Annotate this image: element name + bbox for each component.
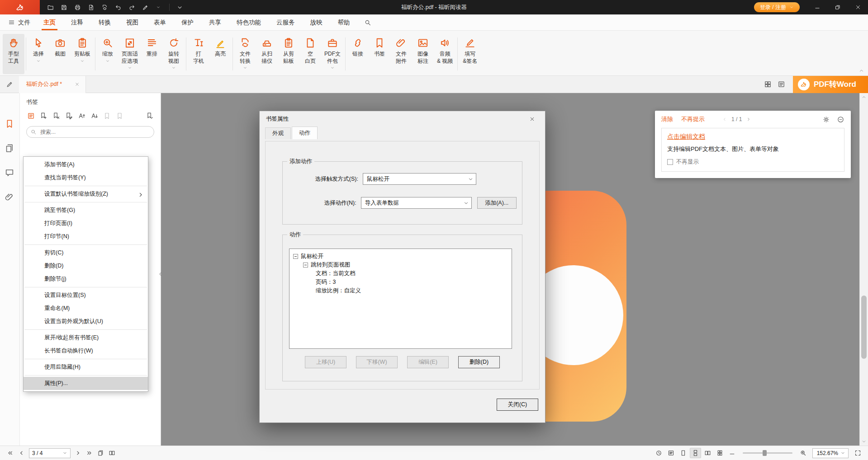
tab-home[interactable]: 主页 [36,14,63,30]
tree-node-action[interactable]: 跳转到页面视图 [303,261,508,269]
tab-convert[interactable]: 转换 [91,14,119,30]
edit-bookmark-button[interactable] [64,111,73,120]
facing-page-button[interactable] [702,448,713,458]
ribbon-tool-blank-page[interactable]: 空 白页 [299,34,321,74]
menu-item-delete-section[interactable]: 删除节(j) [24,272,148,286]
collapse-ribbon-button[interactable] [859,68,864,74]
menu-item-hide-after-use[interactable]: 使用后隐藏(H) [24,361,148,374]
auto-scroll-button[interactable] [653,448,664,458]
scroll-down-icon[interactable] [861,439,867,444]
split-view-button[interactable] [106,448,118,458]
redo-button[interactable] [126,2,138,13]
next-hint-icon[interactable] [746,117,751,122]
minimize-button[interactable] [807,0,827,14]
ribbon-tool-from-clipboard[interactable]: 从剪 贴板 [278,34,299,74]
ribbon-tool-rotate-view[interactable]: 旋转 视图 [163,34,185,74]
previous-bookmark-button[interactable] [102,111,111,120]
text-viewer-button[interactable] [665,448,677,458]
move-down-button[interactable]: 下移(W) [356,356,398,368]
single-page-button[interactable] [678,448,689,458]
zoom-level-box[interactable]: 152.67% [812,448,849,458]
ribbon-tool-bookmark[interactable]: 书签 [369,34,390,74]
menu-item-add-bookmark[interactable]: 添加书签(A) [24,158,148,171]
menu-item-delete[interactable]: 删除(D) [24,259,148,272]
login-button[interactable]: 登录 / 注册 [754,2,800,12]
hint-settings-button[interactable] [822,116,830,123]
edit-action-button[interactable]: 编辑(E) [407,356,449,368]
menu-item-properties[interactable]: 属性(P)... [24,377,148,390]
move-up-button[interactable]: 上移(U) [305,356,346,368]
tab-comment[interactable]: 注释 [63,14,91,30]
menu-item-rename[interactable]: 重命名(M) [24,302,148,315]
tab-present[interactable]: 放映 [303,14,330,30]
menu-item-print-page[interactable]: 打印页面(I) [24,217,148,230]
tree-node-detail[interactable]: 文档：当前文档 [316,269,508,278]
menu-item-print-section[interactable]: 打印节(N) [24,230,148,243]
ribbon-tool-highlight[interactable]: 高亮 [209,34,231,74]
panel-menu-button[interactable] [26,111,35,120]
menu-file[interactable]: 文件 [3,14,36,30]
pen-tool-button[interactable] [139,2,152,13]
tab-action[interactable]: 动作 [292,127,318,139]
tab-appearance[interactable]: 外观 [265,127,291,139]
font-decrease-button[interactable] [90,111,99,120]
next-page-button[interactable] [72,448,84,458]
close-tab-icon[interactable] [75,82,80,87]
first-page-button[interactable] [5,448,16,458]
zoom-slider[interactable] [743,452,792,454]
tab-form[interactable]: 表单 [146,14,174,30]
annotate-quick-button[interactable] [0,80,19,88]
menu-item-wrap-long-bookmarks[interactable]: 长书签自动换行(W) [24,344,148,357]
open-file-button[interactable] [44,2,57,13]
tab-protect[interactable]: 保护 [174,14,201,30]
menu-item-default-zoom[interactable]: 设置默认书签缩放级别(Z) [24,188,148,201]
add-bookmark-button[interactable] [39,111,48,120]
tab-help[interactable]: 帮助 [330,14,358,30]
close-window-button[interactable] [848,0,868,14]
dont-prompt-link[interactable]: 不再提示 [681,115,705,123]
scrollbar-thumb[interactable] [861,296,867,359]
fullscreen-button[interactable] [852,448,863,458]
previous-hint-icon[interactable] [722,117,727,122]
next-bookmark-button[interactable] [115,111,124,120]
ribbon-tool-page-fit[interactable]: 页面适 应选项 [119,34,141,74]
ribbon-tool-fill-sign[interactable]: 填写 &签名 [459,34,481,74]
tree-node-detail[interactable]: 缩放比例：自定义 [316,286,508,295]
collapse-node-icon[interactable] [293,254,298,259]
clear-link[interactable]: 清除 [661,115,673,123]
ribbon-tool-pdf-portfolio[interactable]: PDF文 件包 [321,34,344,74]
tile-view-button[interactable] [761,76,775,93]
restore-button[interactable] [827,0,848,14]
convert-pdf-button[interactable] [99,2,111,13]
read-mode-button[interactable] [775,76,788,93]
vertical-scrollbar[interactable] [859,93,868,446]
scroll-up-icon[interactable] [861,94,867,100]
bookmark-options-button[interactable] [145,111,154,120]
close-dialog-button[interactable]: 关闭(C) [497,399,538,411]
pages-panel-button[interactable] [5,143,15,154]
edit-document-link[interactable]: 点击编辑文档 [667,133,705,141]
ribbon-tool-zoom[interactable]: 缩放 [97,34,119,74]
menu-item-set-appearance-default[interactable]: 设置当前外观为默认(U) [24,315,148,328]
tab-cloud[interactable]: 云服务 [269,14,303,30]
zoom-in-button[interactable] [797,448,809,458]
action-select[interactable]: 导入表单数据 [361,197,472,209]
document-tab[interactable]: 福昕办公.pdf * [19,76,86,93]
continuous-page-button[interactable] [690,448,701,458]
dont-show-checkbox[interactable] [667,159,673,165]
ribbon-tool-clipboard[interactable]: 剪贴板 [71,34,94,74]
page-number-box[interactable]: 3 / 4 [29,448,71,458]
customize-toolbar-button[interactable] [174,2,186,13]
previous-page-button[interactable] [16,448,27,458]
menu-item-expand-collapse-all[interactable]: 展开/收起所有书签(E) [24,331,148,344]
font-increase-button[interactable] [77,111,86,120]
bookmarks-panel-button[interactable] [5,118,15,129]
page-layout-button[interactable] [95,448,106,458]
last-page-button[interactable] [84,448,95,458]
dialog-close-button[interactable] [525,111,539,127]
foxit-logo[interactable] [0,0,40,14]
menu-item-cut[interactable]: 剪切(C) [24,246,148,259]
export-pdf-button[interactable] [85,2,97,13]
trigger-select[interactable]: 鼠标松开 [363,173,476,185]
ribbon-tool-image-annotation[interactable]: 图像 标注 [412,34,434,74]
